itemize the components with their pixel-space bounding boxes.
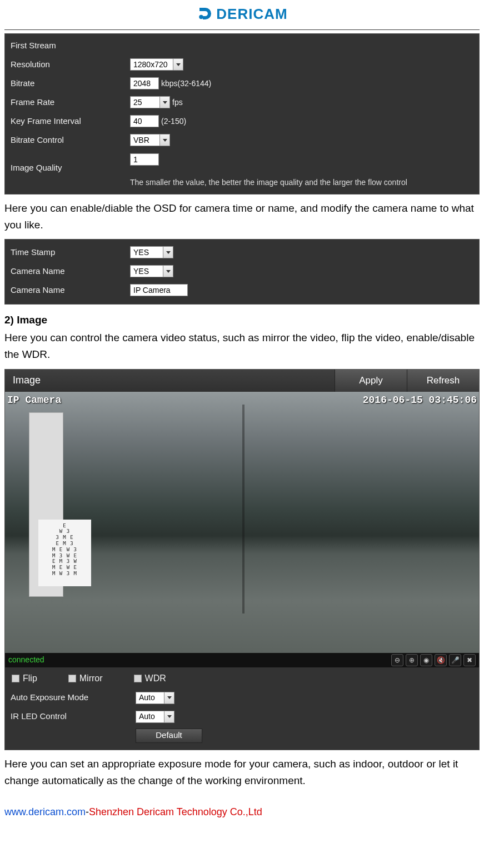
zoom-in-icon[interactable]: ⊕ [406, 654, 418, 666]
osd-camera-name: IP Camera [7, 393, 61, 408]
image-panel-header: Image Apply Refresh [5, 370, 479, 392]
chevron-down-icon [163, 266, 173, 277]
refresh-button[interactable]: Refresh [407, 370, 479, 392]
key-frame-input[interactable]: 40 [130, 115, 159, 127]
key-frame-suffix: (2-150) [161, 116, 186, 127]
video-status-bar: connected ⊖ ⊕ ◉ 🔇 🎤 ✖ [5, 653, 479, 667]
connection-status: connected [8, 654, 44, 666]
speaker-mute-icon[interactable]: 🔇 [435, 654, 447, 666]
record-icon[interactable]: ◉ [420, 654, 432, 666]
row-resolution: Resolution 1280x720 [5, 55, 479, 74]
chevron-down-icon [159, 97, 169, 108]
row-camera-name-toggle: Camera Name YES [5, 262, 479, 281]
wdr-checkbox[interactable]: WDR [134, 672, 166, 685]
label-time-stamp: Time Stamp [11, 246, 130, 259]
eye-chart-icon: E W 3 3 M E E M 3 M E W 3 M 3 W E E M 3 … [38, 520, 91, 586]
row-frame-rate: Frame Rate 25 fps [5, 93, 479, 112]
default-button[interactable]: Default [136, 729, 202, 743]
brand-logo: DERICAM [196, 3, 287, 25]
label-image-quality: Image Quality [11, 152, 130, 174]
footer-company: Shenzhen Dericam Technology Co.,Ltd [89, 806, 262, 817]
logo-mark-icon [196, 6, 213, 23]
apply-button[interactable]: Apply [335, 370, 407, 392]
label-resolution: Resolution [11, 58, 130, 71]
image-panel: Image Apply Refresh E W 3 3 M E E M 3 M … [4, 369, 480, 750]
brand-name: DERICAM [216, 3, 287, 25]
image-quality-note: The smaller the value, the better the im… [5, 177, 479, 189]
ir-led-select[interactable]: Auto [136, 711, 174, 723]
chevron-down-icon [159, 134, 169, 146]
checkbox-icon [134, 675, 142, 682]
mic-mute-icon[interactable]: 🎤 [449, 654, 461, 666]
row-image-quality: Image Quality 1 [5, 149, 479, 177]
page-footer: www.dericam.com-Shenzhen Dericam Technol… [4, 805, 480, 820]
mirror-checkbox[interactable]: Mirror [68, 672, 103, 685]
flip-checkbox[interactable]: Flip [12, 672, 37, 685]
svg-point-0 [199, 14, 204, 19]
page-header: DERICAM [4, 0, 480, 30]
bitrate-control-select[interactable]: VBR [130, 134, 170, 146]
label-key-frame: Key Frame Interval [11, 115, 130, 128]
label-frame-rate: Frame Rate [11, 96, 130, 109]
label-camera-name-toggle: Camera Name [11, 265, 130, 278]
bitrate-suffix: kbps(32-6144) [161, 78, 211, 89]
label-bitrate-control: Bitrate Control [11, 134, 130, 147]
footer-link[interactable]: www.dericam.com [4, 806, 86, 817]
row-bitrate: Bitrate 2048 kbps(32-6144) [5, 74, 479, 93]
row-default: Default [5, 726, 479, 745]
label-bitrate: Bitrate [11, 77, 130, 90]
zoom-out-icon[interactable]: ⊖ [391, 654, 403, 666]
section-image-text: Here you can control the camera video st… [4, 330, 480, 363]
section-image-heading: 2) Image [4, 312, 480, 328]
osd-panel: Time Stamp YES Camera Name YES Camera Na… [4, 239, 480, 305]
row-ir-led: IR LED Control Auto [5, 707, 479, 726]
osd-description: Here you can enable/diable the OSD for c… [4, 200, 480, 234]
label-exposure: Auto Exposure Mode [11, 691, 136, 704]
chevron-down-icon [164, 711, 174, 722]
frame-rate-suffix: fps [172, 97, 183, 108]
image-quality-input[interactable]: 1 [130, 153, 159, 166]
bitrate-input[interactable]: 2048 [130, 77, 159, 89]
row-time-stamp: Time Stamp YES [5, 243, 479, 262]
time-stamp-select[interactable]: YES [130, 246, 173, 258]
checkbox-icon [12, 675, 19, 682]
exposure-description: Here you can set an appropriate exposure… [4, 756, 480, 790]
resolution-select[interactable]: 1280x720 [130, 58, 183, 71]
chevron-down-icon [173, 59, 183, 70]
frame-rate-select[interactable]: 25 [130, 96, 170, 108]
label-camera-name-value: Camera Name [11, 284, 130, 297]
chevron-down-icon [163, 247, 173, 258]
chevron-down-icon [164, 692, 174, 704]
first-stream-panel: First Stream Resolution 1280x720 Bitrate… [4, 33, 480, 194]
row-camera-name-value: Camera Name IP Camera [5, 281, 479, 300]
exposure-select[interactable]: Auto [136, 692, 174, 704]
checkbox-icon [68, 675, 76, 682]
first-stream-title: First Stream [5, 37, 479, 56]
row-bitrate-control: Bitrate Control VBR [5, 131, 479, 149]
label-ir-led: IR LED Control [11, 710, 136, 723]
image-checkbox-row: Flip Mirror WDR [5, 667, 479, 689]
video-preview: E W 3 3 M E E M 3 M E W 3 M 3 W E E M 3 … [5, 392, 479, 653]
image-panel-title: Image [13, 373, 41, 388]
row-key-frame: Key Frame Interval 40 (2-150) [5, 112, 479, 131]
settings-icon[interactable]: ✖ [463, 654, 476, 666]
camera-name-toggle-select[interactable]: YES [130, 265, 173, 277]
row-exposure: Auto Exposure Mode Auto [5, 689, 479, 707]
camera-name-input[interactable]: IP Camera [130, 284, 188, 296]
osd-timestamp: 2016-06-15 03:45:06 [363, 393, 477, 408]
